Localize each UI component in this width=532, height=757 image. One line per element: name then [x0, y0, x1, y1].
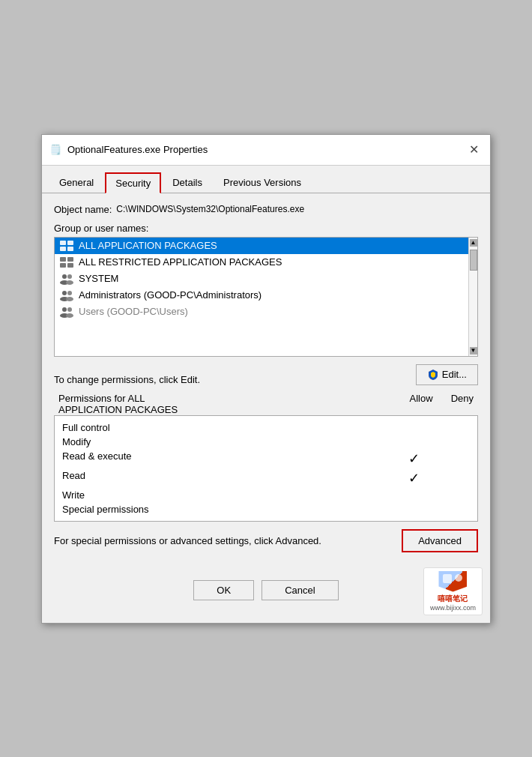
close-button[interactable]: ✕ [465, 141, 483, 159]
perm-name: Full control [62, 422, 395, 433]
perm-allow-check: ✓ [399, 450, 429, 467]
tab-bar: General Security Details Previous Versio… [42, 166, 490, 193]
perm-allow-check: ✓ [399, 470, 429, 486]
svg-rect-3 [67, 247, 73, 251]
cancel-button[interactable]: Cancel [262, 580, 338, 600]
title-bar: 🗒️ OptionalFeatures.exe Properties ✕ [42, 135, 490, 166]
content-area: Object name: C:\WINDOWS\System32\Optiona… [42, 193, 490, 563]
advanced-button[interactable]: Advanced [402, 529, 478, 552]
perm-row-read-execute: Read & execute ✓ [55, 449, 477, 468]
app-packages-icon [59, 240, 74, 252]
object-name-value: C:\WINDOWS\System32\OptionalFeatures.exe [116, 204, 304, 214]
perm-row-read: Read ✓ [55, 468, 477, 488]
svg-point-11 [66, 280, 73, 285]
perm-deny-check [436, 450, 466, 467]
svg-point-14 [67, 291, 72, 295]
permissions-table: Full control Modify Read & exe [54, 415, 478, 522]
tab-previous-versions[interactable]: Previous Versions [214, 172, 311, 193]
object-name-row: Object name: C:\WINDOWS\System32\Optiona… [54, 204, 478, 215]
perm-allow-check [399, 489, 429, 501]
group-users-label: Group or user names: [54, 223, 478, 234]
object-name-label: Object name: [54, 204, 112, 215]
permissions-header: Permissions for ALL APPLICATION PACKAGES… [54, 393, 478, 415]
advanced-row: For special permissions or advanced sett… [54, 529, 478, 552]
edit-button-label: Edit... [442, 369, 467, 380]
perm-name: Special permissions [62, 504, 395, 515]
perm-name: Read [62, 470, 395, 486]
dialog-window: 🗒️ OptionalFeatures.exe Properties ✕ Gen… [41, 134, 491, 624]
shield-icon [427, 369, 439, 381]
perm-name: Read & execute [62, 450, 395, 467]
svg-point-16 [62, 307, 67, 312]
tab-security[interactable]: Security [105, 172, 161, 193]
list-item[interactable]: Users (GOOD-PC\Users) [55, 304, 468, 320]
bottom-buttons: OK Cancel [42, 571, 490, 612]
ok-button[interactable]: OK [193, 580, 254, 600]
tab-general[interactable]: General [49, 172, 103, 193]
perm-allow-check [399, 504, 429, 515]
perm-row-modify: Modify [55, 435, 477, 449]
list-item-label: Users (GOOD-PC\Users) [79, 306, 188, 317]
users-list[interactable]: ALL APPLICATION PACKAGES ALL RE [55, 238, 468, 356]
perm-deny-check [436, 504, 466, 515]
svg-rect-2 [60, 247, 66, 251]
svg-rect-6 [60, 263, 66, 268]
group-users-section: Group or user names: ALL A [54, 223, 478, 357]
svg-point-19 [66, 313, 73, 318]
title-bar-text: OptionalFeatures.exe Properties [67, 144, 459, 155]
list-item[interactable]: SYSTEM [55, 271, 468, 287]
advanced-text: For special permissions or advanced sett… [54, 535, 394, 546]
restricted-packages-icon [59, 256, 74, 268]
list-item-label: ALL APPLICATION PACKAGES [79, 240, 217, 251]
perm-label-line2: APPLICATION PACKAGES [58, 404, 178, 415]
users-icon [59, 306, 74, 318]
permissions-for-label: Permissions for ALL APPLICATION PACKAGES [58, 393, 178, 415]
list-item[interactable]: ALL APPLICATION PACKAGES [55, 238, 468, 254]
perm-row-write: Write [55, 488, 477, 502]
list-item[interactable]: Administrators (GOOD-PC\Administrators) [55, 287, 468, 304]
perm-name: Write [62, 489, 395, 501]
perm-deny-check [436, 470, 466, 486]
perm-row-full-control: Full control [55, 420, 477, 435]
perm-row-special: Special permissions [55, 502, 477, 516]
perm-deny-check [436, 436, 466, 447]
scrollbar-thumb[interactable] [470, 250, 477, 271]
administrators-icon [59, 289, 74, 301]
users-list-wrapper: ALL APPLICATION PACKAGES ALL RE [54, 237, 478, 357]
change-permissions-text: To change permissions, click Edit. [54, 374, 200, 385]
perm-deny-check [436, 422, 466, 433]
permissions-section: Permissions for ALL APPLICATION PACKAGES… [54, 393, 478, 522]
perm-deny-check [436, 489, 466, 501]
edit-button[interactable]: Edit... [416, 364, 478, 385]
svg-rect-0 [60, 241, 66, 245]
svg-point-10 [67, 274, 72, 279]
title-bar-icon: 🗒️ [49, 144, 61, 156]
perm-name: Modify [62, 436, 395, 447]
list-item[interactable]: ALL RESTRICTED APPLICATION PACKAGES [55, 254, 468, 271]
permissions-col-headers: Allow Deny [410, 393, 474, 415]
deny-header: Deny [451, 393, 474, 415]
perm-allow-check [399, 436, 429, 447]
svg-point-15 [66, 297, 73, 301]
svg-rect-4 [60, 257, 66, 262]
svg-rect-1 [67, 241, 73, 245]
svg-point-8 [62, 274, 67, 279]
svg-point-12 [62, 291, 67, 295]
list-item-label: Administrators (GOOD-PC\Administrators) [79, 289, 262, 301]
svg-rect-5 [67, 257, 73, 262]
svg-rect-7 [67, 263, 73, 268]
perm-label-line1: Permissions for ALL [58, 393, 178, 404]
list-item-label: SYSTEM [79, 273, 118, 284]
watermark-area: 嘻嘻笔记 www.bijixx.com OK Cancel [42, 563, 490, 623]
change-permissions-row: To change permissions, click Edit. Edit.… [54, 364, 478, 385]
system-icon [59, 273, 74, 285]
svg-point-18 [67, 307, 72, 312]
tab-details[interactable]: Details [163, 172, 212, 193]
list-item-label: ALL RESTRICTED APPLICATION PACKAGES [79, 256, 282, 268]
allow-header: Allow [410, 393, 433, 415]
perm-allow-check [399, 422, 429, 433]
scrollbar[interactable]: ▲ ▼ [468, 238, 477, 356]
